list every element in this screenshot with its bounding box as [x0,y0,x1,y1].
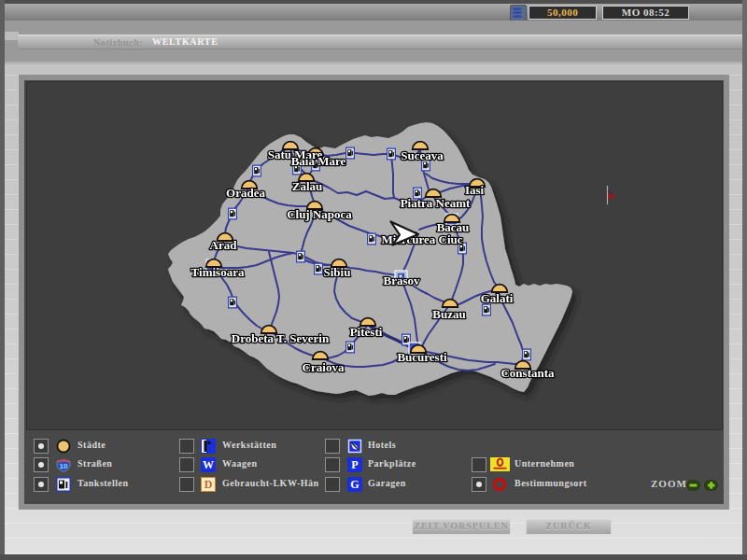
svg-text:Bucuresti: Bucuresti [397,350,447,364]
svg-text:Craiova: Craiova [303,360,345,374]
svg-text:Iasi: Iasi [465,183,485,197]
svg-text:Baia Mare: Baia Mare [291,154,346,168]
svg-text:Suceava: Suceava [401,148,444,162]
svg-text:Pitesti: Pitesti [350,325,383,339]
svg-text:Brasov: Brasov [384,273,421,287]
svg-text:Sibiu: Sibiu [324,265,351,279]
svg-text:Zalau: Zalau [292,179,323,193]
svg-text:Galati: Galati [481,291,514,305]
svg-text:Cluj Napoca: Cluj Napoca [287,207,352,221]
svg-text:Piatra Neamt: Piatra Neamt [401,196,471,210]
svg-text:Drobeta T. Severin: Drobeta T. Severin [232,331,330,345]
svg-text:Constanta: Constanta [500,366,555,380]
svg-text:Timisoara: Timisoara [191,265,245,279]
svg-text:10: 10 [60,462,68,470]
svg-text:Buzau: Buzau [432,307,465,321]
svg-text:Arad: Arad [210,238,238,252]
svg-text:Oradea: Oradea [226,186,265,200]
